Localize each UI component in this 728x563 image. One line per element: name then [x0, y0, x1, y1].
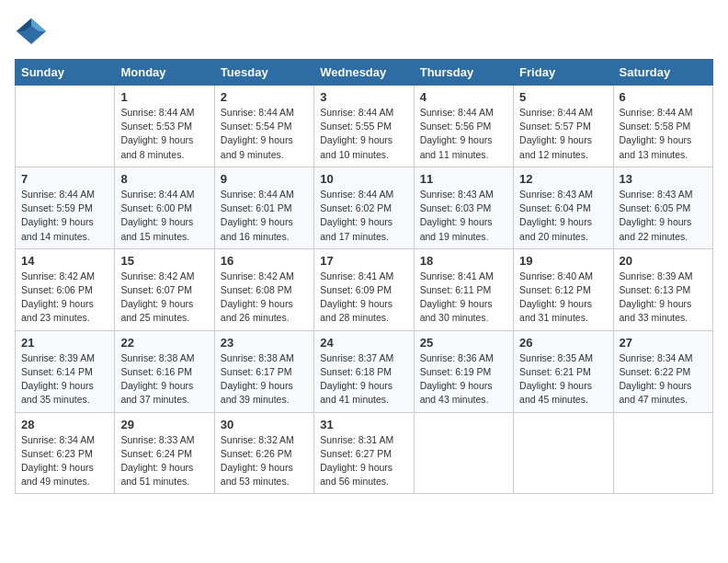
calendar-cell: 14Sunrise: 8:42 AM Sunset: 6:06 PM Dayli…: [16, 248, 115, 330]
weekday-header: Wednesday: [314, 60, 414, 86]
day-number: 26: [519, 336, 607, 350]
logo: [15, 15, 51, 48]
calendar-cell: 9Sunrise: 8:44 AM Sunset: 6:01 PM Daylig…: [214, 167, 313, 248]
day-number: 17: [320, 254, 407, 268]
day-number: 6: [620, 90, 707, 104]
calendar-week-row: 1Sunrise: 8:44 AM Sunset: 5:53 PM Daylig…: [16, 86, 713, 167]
day-info: Sunrise: 8:42 AM Sunset: 6:07 PM Dayligh…: [120, 270, 208, 326]
calendar-cell: 16Sunrise: 8:42 AM Sunset: 6:08 PM Dayli…: [214, 248, 313, 330]
day-number: 15: [120, 254, 208, 268]
day-number: 22: [120, 336, 208, 350]
day-info: Sunrise: 8:44 AM Sunset: 6:00 PM Dayligh…: [120, 188, 208, 244]
calendar-table: SundayMondayTuesdayWednesdayThursdayFrid…: [15, 59, 713, 494]
calendar-cell: [16, 86, 115, 167]
day-number: 8: [120, 172, 208, 186]
day-info: Sunrise: 8:32 AM Sunset: 6:26 PM Dayligh…: [221, 433, 308, 489]
day-info: Sunrise: 8:35 AM Sunset: 6:21 PM Dayligh…: [519, 351, 607, 408]
day-info: Sunrise: 8:41 AM Sunset: 6:11 PM Dayligh…: [420, 270, 507, 326]
day-info: Sunrise: 8:44 AM Sunset: 6:01 PM Dayligh…: [221, 188, 308, 244]
day-number: 31: [320, 418, 407, 431]
logo-icon: [15, 15, 48, 48]
day-number: 11: [420, 172, 507, 186]
day-info: Sunrise: 8:39 AM Sunset: 6:13 PM Dayligh…: [620, 270, 707, 326]
weekday-header: Saturday: [613, 60, 712, 86]
day-number: 20: [620, 254, 707, 268]
day-number: 19: [519, 254, 607, 268]
day-info: Sunrise: 8:44 AM Sunset: 6:02 PM Dayligh…: [320, 188, 407, 244]
day-number: 7: [21, 172, 108, 186]
page-header: [15, 15, 713, 48]
calendar-cell: 29Sunrise: 8:33 AM Sunset: 6:24 PM Dayli…: [115, 412, 214, 494]
day-number: 23: [221, 336, 308, 350]
day-number: 30: [221, 418, 308, 431]
day-number: 14: [21, 254, 108, 268]
calendar-cell: [613, 412, 712, 494]
day-info: Sunrise: 8:44 AM Sunset: 5:55 PM Dayligh…: [320, 106, 407, 162]
day-info: Sunrise: 8:38 AM Sunset: 6:16 PM Dayligh…: [120, 351, 208, 408]
day-info: Sunrise: 8:42 AM Sunset: 6:06 PM Dayligh…: [21, 270, 108, 326]
calendar-cell: 8Sunrise: 8:44 AM Sunset: 6:00 PM Daylig…: [115, 167, 214, 248]
weekday-header-row: SundayMondayTuesdayWednesdayThursdayFrid…: [16, 60, 713, 86]
calendar-cell: 23Sunrise: 8:38 AM Sunset: 6:17 PM Dayli…: [214, 330, 313, 412]
weekday-header: Sunday: [16, 60, 115, 86]
day-info: Sunrise: 8:37 AM Sunset: 6:18 PM Dayligh…: [320, 351, 407, 408]
calendar-cell: 11Sunrise: 8:43 AM Sunset: 6:03 PM Dayli…: [414, 167, 513, 248]
calendar-cell: 17Sunrise: 8:41 AM Sunset: 6:09 PM Dayli…: [314, 248, 414, 330]
calendar-cell: [414, 412, 513, 494]
calendar-cell: 18Sunrise: 8:41 AM Sunset: 6:11 PM Dayli…: [414, 248, 513, 330]
day-number: 1: [120, 90, 208, 104]
day-number: 3: [320, 90, 407, 104]
day-info: Sunrise: 8:31 AM Sunset: 6:27 PM Dayligh…: [320, 433, 407, 489]
calendar-cell: 3Sunrise: 8:44 AM Sunset: 5:55 PM Daylig…: [314, 86, 414, 167]
day-info: Sunrise: 8:36 AM Sunset: 6:19 PM Dayligh…: [420, 351, 507, 408]
day-info: Sunrise: 8:34 AM Sunset: 6:22 PM Dayligh…: [620, 351, 707, 408]
day-info: Sunrise: 8:40 AM Sunset: 6:12 PM Dayligh…: [519, 270, 607, 326]
day-number: 13: [620, 172, 707, 186]
calendar-cell: 5Sunrise: 8:44 AM Sunset: 5:57 PM Daylig…: [514, 86, 613, 167]
day-number: 18: [420, 254, 507, 268]
calendar-cell: [514, 412, 613, 494]
calendar-cell: 15Sunrise: 8:42 AM Sunset: 6:07 PM Dayli…: [115, 248, 214, 330]
day-info: Sunrise: 8:39 AM Sunset: 6:14 PM Dayligh…: [21, 351, 108, 408]
day-info: Sunrise: 8:44 AM Sunset: 5:53 PM Dayligh…: [120, 106, 208, 162]
weekday-header: Tuesday: [214, 60, 313, 86]
day-number: 5: [519, 90, 607, 104]
day-number: 24: [320, 336, 407, 350]
calendar-cell: 24Sunrise: 8:37 AM Sunset: 6:18 PM Dayli…: [314, 330, 414, 412]
calendar-week-row: 14Sunrise: 8:42 AM Sunset: 6:06 PM Dayli…: [16, 248, 713, 330]
day-info: Sunrise: 8:44 AM Sunset: 5:59 PM Dayligh…: [21, 188, 108, 244]
day-info: Sunrise: 8:42 AM Sunset: 6:08 PM Dayligh…: [221, 270, 308, 326]
calendar-cell: 25Sunrise: 8:36 AM Sunset: 6:19 PM Dayli…: [414, 330, 513, 412]
day-info: Sunrise: 8:38 AM Sunset: 6:17 PM Dayligh…: [221, 351, 308, 408]
day-number: 9: [221, 172, 308, 186]
day-number: 10: [320, 172, 407, 186]
day-number: 4: [420, 90, 507, 104]
day-info: Sunrise: 8:33 AM Sunset: 6:24 PM Dayligh…: [120, 433, 208, 489]
calendar-cell: 22Sunrise: 8:38 AM Sunset: 6:16 PM Dayli…: [115, 330, 214, 412]
calendar-cell: 21Sunrise: 8:39 AM Sunset: 6:14 PM Dayli…: [16, 330, 115, 412]
calendar-cell: 13Sunrise: 8:43 AM Sunset: 6:05 PM Dayli…: [613, 167, 712, 248]
calendar-cell: 30Sunrise: 8:32 AM Sunset: 6:26 PM Dayli…: [214, 412, 313, 494]
calendar-cell: 31Sunrise: 8:31 AM Sunset: 6:27 PM Dayli…: [314, 412, 414, 494]
calendar-cell: 2Sunrise: 8:44 AM Sunset: 5:54 PM Daylig…: [214, 86, 313, 167]
day-info: Sunrise: 8:44 AM Sunset: 5:54 PM Dayligh…: [221, 106, 308, 162]
day-number: 27: [620, 336, 707, 350]
day-info: Sunrise: 8:43 AM Sunset: 6:03 PM Dayligh…: [420, 188, 507, 244]
day-number: 29: [120, 418, 208, 431]
day-info: Sunrise: 8:44 AM Sunset: 5:58 PM Dayligh…: [620, 106, 707, 162]
calendar-cell: 27Sunrise: 8:34 AM Sunset: 6:22 PM Dayli…: [613, 330, 712, 412]
calendar-week-row: 7Sunrise: 8:44 AM Sunset: 5:59 PM Daylig…: [16, 167, 713, 248]
calendar-cell: 1Sunrise: 8:44 AM Sunset: 5:53 PM Daylig…: [115, 86, 214, 167]
day-info: Sunrise: 8:41 AM Sunset: 6:09 PM Dayligh…: [320, 270, 407, 326]
calendar-cell: 19Sunrise: 8:40 AM Sunset: 6:12 PM Dayli…: [514, 248, 613, 330]
weekday-header: Friday: [514, 60, 613, 86]
calendar-cell: 7Sunrise: 8:44 AM Sunset: 5:59 PM Daylig…: [16, 167, 115, 248]
day-info: Sunrise: 8:44 AM Sunset: 5:57 PM Dayligh…: [519, 106, 607, 162]
calendar-cell: 4Sunrise: 8:44 AM Sunset: 5:56 PM Daylig…: [414, 86, 513, 167]
day-info: Sunrise: 8:43 AM Sunset: 6:04 PM Dayligh…: [519, 188, 607, 244]
day-info: Sunrise: 8:43 AM Sunset: 6:05 PM Dayligh…: [620, 188, 707, 244]
day-number: 12: [519, 172, 607, 186]
calendar-cell: 10Sunrise: 8:44 AM Sunset: 6:02 PM Dayli…: [314, 167, 414, 248]
day-number: 25: [420, 336, 507, 350]
day-number: 2: [221, 90, 308, 104]
